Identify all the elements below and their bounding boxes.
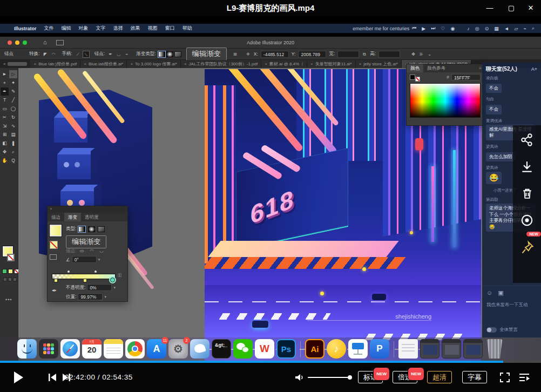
pen-tool[interactable]: ✒ <box>1 87 9 96</box>
color-spectrum[interactable] <box>410 83 481 118</box>
convert-smooth-icon[interactable]: ◠ <box>50 51 57 58</box>
dock-appstore[interactable]: A11 <box>147 339 166 359</box>
download-icon[interactable] <box>520 160 534 174</box>
hand-tool[interactable]: ✋ <box>1 157 9 165</box>
dock-illustrator[interactable]: Ai <box>305 339 324 359</box>
document-tab[interactable]: ×素材.ai @ 8.4%（ <box>261 60 307 68</box>
link-dimensions-icon[interactable]: ⧉ <box>361 51 368 58</box>
share-icon[interactable] <box>520 133 534 147</box>
options-more-icon[interactable]: ⌄ <box>426 51 433 58</box>
music-app-icon[interactable]: ◉ <box>450 26 455 31</box>
tab-scroll-left[interactable]: « <box>0 60 30 68</box>
menu-item-edit[interactable]: 编辑 <box>62 25 71 32</box>
gradient-annotator-toggle[interactable] <box>50 254 57 260</box>
traffic-close-button[interactable] <box>8 40 12 45</box>
menu-item-view[interactable]: 视图 <box>148 25 158 32</box>
menu-item-select[interactable]: 选择 <box>113 25 123 32</box>
tab-close-icon[interactable]: × <box>359 62 362 66</box>
gradient-annotator-dot[interactable] <box>362 267 366 271</box>
menu-item-effect[interactable]: 效果 <box>131 25 140 32</box>
trash-icon[interactable] <box>520 187 534 200</box>
tab-stroke[interactable]: 描边 <box>48 213 64 221</box>
blend-tool[interactable]: ❚ <box>9 139 17 147</box>
document-tab[interactable]: ×Blue.lab报价单.ai* <box>80 60 127 68</box>
radial-type-button[interactable] <box>88 226 95 232</box>
width-tool[interactable]: ∿ <box>9 122 17 130</box>
lasso-tool[interactable]: ✦ <box>9 79 17 87</box>
input-method-icon[interactable]: ▦ <box>494 26 499 31</box>
document-tab[interactable]: ×jelly store 上色.ai* <box>356 60 402 68</box>
stroke-proxy-swatch[interactable] <box>415 77 420 82</box>
dock-safari[interactable] <box>60 339 80 359</box>
y-field[interactable]: 2008.789 <box>298 51 326 58</box>
subtitle-button[interactable]: 字幕 <box>462 371 487 383</box>
opacity-stop[interactable] <box>67 270 70 273</box>
opacity-dropdown-icon[interactable]: ▾ <box>113 286 116 290</box>
dock-trash[interactable] <box>485 339 504 359</box>
zoom-tool[interactable]: ⌕ <box>9 148 17 156</box>
media-play-icon[interactable]: ▶ <box>422 26 425 31</box>
direct-selection-tool[interactable]: ▷ <box>9 70 17 78</box>
screen-mode-buttons[interactable] <box>3 278 17 281</box>
media-next-icon[interactable]: ⏭ <box>431 25 435 31</box>
dock-keynote[interactable] <box>348 339 368 359</box>
traffic-minimize-button[interactable] <box>15 40 19 45</box>
fullscreen-icon[interactable] <box>499 372 510 383</box>
reference-point-icon[interactable]: ✛ <box>245 51 252 58</box>
gradient-preview-swatch[interactable] <box>50 225 62 236</box>
minimize-button[interactable]: — <box>482 0 498 16</box>
gradient-secondary-swatch[interactable] <box>50 241 58 249</box>
menu-item-file[interactable]: 文件 <box>44 25 54 32</box>
emoji-icon[interactable]: ☺ <box>486 289 492 296</box>
prev-button[interactable] <box>48 373 57 382</box>
tab-close-icon[interactable]: × <box>33 62 36 66</box>
dock-wechat[interactable] <box>233 339 253 359</box>
dock-minimized-window[interactable] <box>442 339 461 359</box>
curvature-tool[interactable]: ✎ <box>9 87 17 96</box>
speed-button[interactable]: 倍速NEW <box>393 371 417 383</box>
location-dropdown-icon[interactable]: ▾ <box>104 295 106 299</box>
dock-finder[interactable] <box>17 339 37 359</box>
panel-grip[interactable]: × <box>48 206 127 213</box>
dock-chrome[interactable] <box>125 339 145 359</box>
height-field[interactable] <box>378 51 400 58</box>
menu-item-window[interactable]: 窗口 <box>165 25 175 32</box>
tab-color[interactable]: 颜色 <box>407 64 423 72</box>
freeform-gradient-type-icon[interactable] <box>174 51 181 57</box>
status-icon-2[interactable]: ◎ <box>475 26 479 31</box>
gradient-tool[interactable]: ◧ <box>1 139 9 147</box>
grid-snap-icon[interactable]: ⊞ <box>232 51 239 58</box>
menu-item-object[interactable]: 对象 <box>79 25 89 32</box>
document-tab[interactable]: ×失量智能对象11.ai* <box>307 60 356 68</box>
hex-value-field[interactable]: 15FF7F <box>451 74 481 80</box>
radial-gradient-type-icon[interactable] <box>166 51 173 57</box>
hide-handles-icon[interactable]: ⟍ <box>83 51 90 58</box>
document-tab[interactable]: ×JAL工作室团队协议（300例）-1.pdf <box>181 60 261 68</box>
tab-close-icon[interactable]: × <box>84 62 86 66</box>
linear-gradient-type-icon[interactable] <box>158 51 165 57</box>
selection-tool[interactable]: ► <box>1 70 9 78</box>
remove-anchor-icon[interactable]: ✒ <box>107 51 114 58</box>
status-icon-3[interactable]: ⊙ <box>485 26 489 31</box>
volume-knob[interactable] <box>348 375 352 380</box>
scissors-tool[interactable]: ✂ <box>1 113 9 121</box>
spotlight-search-icon[interactable]: ⌕ <box>532 25 535 31</box>
playlist-icon[interactable] <box>518 372 530 383</box>
stroke-color-swatch[interactable] <box>7 254 15 261</box>
tab-color-guide[interactable]: 颜色参考 <box>423 64 449 72</box>
quality-button[interactable]: 超清 <box>427 371 452 383</box>
status-icon-1[interactable]: ♪ <box>467 26 470 31</box>
play-button[interactable] <box>14 371 23 383</box>
workspace-switcher-icon[interactable] <box>56 40 64 45</box>
chat-input-field[interactable]: 我也来发布一下互动 <box>486 302 537 308</box>
record-icon[interactable] <box>520 213 534 227</box>
width-field[interactable] <box>337 51 359 58</box>
dock-qqmusic[interactable]: ♪ <box>327 339 346 359</box>
eyedropper-icon[interactable]: ✒ <box>52 287 57 294</box>
document-tab[interactable]: ×Blue lab:)报价单.pdf <box>30 60 80 68</box>
menu-app-name[interactable]: Illustrator <box>14 26 37 31</box>
search-tool[interactable]: Q <box>9 157 17 165</box>
convert-corner-icon[interactable]: ◤ <box>42 51 49 58</box>
color-button[interactable] <box>2 269 7 274</box>
pin-icon[interactable] <box>520 240 535 255</box>
